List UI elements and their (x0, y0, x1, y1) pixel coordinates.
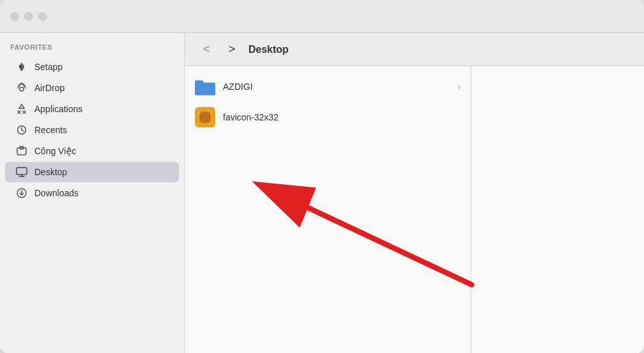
svg-line-2 (22, 104, 24, 108)
content-topbar: < > Desktop (185, 33, 644, 66)
desktop-icon (15, 166, 28, 178)
finder-window: Favorites Setapp (0, 0, 644, 353)
svg-rect-13 (17, 168, 27, 175)
close-button[interactable] (10, 12, 19, 21)
file-list-wrapper: AZDIGI › 32 (185, 66, 644, 353)
traffic-lights (10, 12, 47, 21)
sidebar-item-label-setapp: Setapp (34, 62, 62, 72)
sidebar-item-recents[interactable]: Recents (5, 120, 179, 140)
sidebar-section-favorites: Favorites (0, 43, 184, 56)
sidebar-item-setapp[interactable]: Setapp (5, 57, 179, 77)
sidebar-item-label-applications: Applications (34, 104, 83, 114)
file-name-favicon: favicon-32x32 (223, 112, 461, 122)
svg-point-0 (20, 87, 24, 91)
back-button[interactable]: < (197, 41, 215, 59)
sidebar-item-airdrop[interactable]: AirDrop (5, 78, 179, 98)
sidebar-item-label-congviec: Công Việc (34, 146, 76, 156)
svg-text:32: 32 (202, 115, 208, 121)
file-column: AZDIGI › 32 (185, 66, 471, 353)
svg-point-21 (199, 112, 211, 123)
sidebar-item-congviec[interactable]: Công Việc (5, 141, 179, 161)
sidebar-item-label-desktop: Desktop (34, 167, 67, 177)
forward-button[interactable]: > (223, 41, 241, 59)
file-item-favicon[interactable]: 32 favicon-32x32 (185, 102, 471, 133)
downloads-icon (15, 187, 28, 199)
recents-icon (15, 124, 28, 136)
sidebar-item-label-downloads: Downloads (34, 188, 78, 198)
file-item-azdigi[interactable]: AZDIGI › (185, 71, 471, 102)
folder-icon-azdigi (195, 76, 215, 97)
content-pane: < > Desktop (185, 33, 644, 353)
file-name-azdigi: AZDIGI (223, 82, 450, 92)
title-bar (0, 0, 644, 33)
azdigi-chevron: › (457, 82, 461, 92)
svg-line-10 (22, 130, 24, 131)
airdrop-icon (15, 82, 28, 94)
sidebar: Favorites Setapp (0, 33, 185, 353)
preview-pane (471, 66, 644, 353)
sidebar-item-desktop[interactable]: Desktop (5, 162, 179, 182)
sidebar-item-applications[interactable]: Applications (5, 99, 179, 119)
svg-rect-20 (195, 83, 215, 96)
sidebar-item-label-recents: Recents (34, 125, 67, 135)
favicon-file-icon: 32 (195, 107, 215, 127)
content-title: Desktop (248, 44, 289, 55)
svg-line-1 (19, 104, 22, 108)
applications-icon (15, 103, 28, 115)
sidebar-item-label-airdrop: AirDrop (34, 83, 64, 93)
main-content: Favorites Setapp (0, 33, 644, 353)
setapp-icon (15, 61, 28, 73)
sidebar-item-downloads[interactable]: Downloads (5, 183, 179, 203)
maximize-button[interactable] (38, 12, 47, 21)
svg-point-22 (201, 113, 209, 121)
congviec-icon (15, 145, 28, 157)
minimize-button[interactable] (24, 12, 33, 21)
